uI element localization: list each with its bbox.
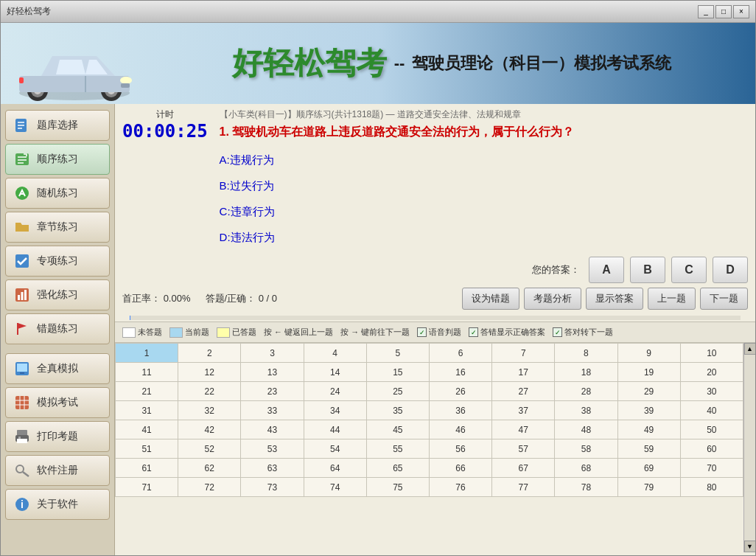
grid-cell-20[interactable]: 20 [680, 363, 743, 382]
grid-cell-22[interactable]: 22 [178, 382, 241, 401]
grid-cell-61[interactable]: 61 [116, 459, 178, 478]
grid-cell-41[interactable]: 41 [116, 420, 178, 439]
grid-cell-37[interactable]: 37 [492, 401, 555, 420]
option-c[interactable]: C:违章行为 [220, 204, 748, 220]
grid-cell-25[interactable]: 25 [366, 382, 429, 401]
grid-cell-63[interactable]: 63 [241, 459, 304, 478]
sidebar-item-chapter[interactable]: 章节练习 [5, 212, 110, 243]
option-b[interactable]: B:过失行为 [220, 178, 748, 195]
sidebar-item-mistakes[interactable]: 错题练习 [5, 313, 110, 344]
grid-cell-51[interactable]: 51 [116, 439, 178, 459]
grid-cell-70[interactable]: 70 [680, 459, 743, 478]
grid-cell-54[interactable]: 54 [304, 439, 366, 459]
grid-cell-17[interactable]: 17 [492, 363, 555, 382]
answer-btn-a[interactable]: A [589, 257, 624, 283]
grid-cell-26[interactable]: 26 [429, 382, 491, 401]
grid-cell-31[interactable]: 31 [116, 401, 178, 420]
grid-cell-30[interactable]: 30 [680, 382, 743, 401]
grid-cell-15[interactable]: 15 [366, 363, 429, 382]
grid-cell-45[interactable]: 45 [366, 420, 429, 439]
sidebar-item-about[interactable]: i 关于软件 [5, 489, 110, 520]
grid-cell-46[interactable]: 46 [429, 420, 491, 439]
grid-cell-43[interactable]: 43 [241, 420, 304, 439]
grid-cell-5[interactable]: 5 [366, 344, 429, 363]
grid-cell-72[interactable]: 72 [178, 478, 241, 497]
option-d[interactable]: D:违法行为 [220, 229, 748, 246]
prev-button[interactable]: 上一题 [648, 288, 696, 310]
grid-cell-6[interactable]: 6 [429, 344, 491, 363]
grid-cell-4[interactable]: 4 [304, 344, 366, 363]
voice-checkbox[interactable]: ✓ [417, 327, 427, 337]
grid-cell-18[interactable]: 18 [555, 363, 617, 382]
grid-cell-50[interactable]: 50 [680, 420, 743, 439]
grid-cell-13[interactable]: 13 [241, 363, 304, 382]
sidebar-item-print[interactable]: 打印考题 [5, 421, 110, 452]
grid-cell-16[interactable]: 16 [429, 363, 491, 382]
sidebar-item-full-sim[interactable]: 全真模拟 [5, 353, 110, 384]
grid-cell-29[interactable]: 29 [617, 382, 680, 401]
grid-cell-8[interactable]: 8 [555, 344, 617, 363]
sidebar-item-exam-sim[interactable]: 模拟考试 [5, 387, 110, 418]
grid-cell-39[interactable]: 39 [617, 401, 680, 420]
sidebar-item-sequential[interactable]: 顺序练习 [5, 144, 110, 175]
option-a[interactable]: A:违规行为 [220, 152, 748, 169]
grid-cell-77[interactable]: 77 [492, 478, 555, 497]
scroll-down-button[interactable]: ▼ [744, 541, 756, 552]
grid-cell-9[interactable]: 9 [617, 344, 680, 363]
grid-cell-47[interactable]: 47 [492, 420, 555, 439]
grid-cell-78[interactable]: 78 [555, 478, 617, 497]
grid-cell-60[interactable]: 60 [680, 439, 743, 459]
maximize-button[interactable]: □ [715, 5, 732, 18]
close-button[interactable]: × [733, 5, 749, 18]
grid-cell-21[interactable]: 21 [116, 382, 178, 401]
grid-cell-49[interactable]: 49 [617, 420, 680, 439]
grid-cell-1[interactable]: 1 [116, 344, 178, 363]
grid-cell-66[interactable]: 66 [429, 459, 491, 478]
grid-cell-32[interactable]: 32 [178, 401, 241, 420]
sidebar-item-register[interactable]: 软件注册 [5, 455, 110, 486]
grid-cell-14[interactable]: 14 [304, 363, 366, 382]
grid-cell-75[interactable]: 75 [366, 478, 429, 497]
sidebar-item-special[interactable]: 专项练习 [5, 246, 110, 277]
grid-cell-3[interactable]: 3 [241, 344, 304, 363]
grid-cell-44[interactable]: 44 [304, 420, 366, 439]
grid-cell-53[interactable]: 53 [241, 439, 304, 459]
grid-cell-55[interactable]: 55 [366, 439, 429, 459]
grid-cell-19[interactable]: 19 [617, 363, 680, 382]
grid-cell-38[interactable]: 38 [555, 401, 617, 420]
grid-cell-36[interactable]: 36 [429, 401, 491, 420]
grid-cell-12[interactable]: 12 [178, 363, 241, 382]
minimize-button[interactable]: _ [698, 5, 714, 18]
grid-cell-62[interactable]: 62 [178, 459, 241, 478]
answer-btn-c[interactable]: C [671, 257, 707, 283]
grid-cell-7[interactable]: 7 [492, 344, 555, 363]
grid-cell-57[interactable]: 57 [492, 439, 555, 459]
grid-cell-35[interactable]: 35 [366, 401, 429, 420]
grid-cell-56[interactable]: 56 [429, 439, 491, 459]
grid-cell-64[interactable]: 64 [304, 459, 366, 478]
wrong-checkbox[interactable]: ✓ [469, 327, 478, 337]
grid-cell-11[interactable]: 11 [116, 363, 178, 382]
grid-cell-52[interactable]: 52 [178, 439, 241, 459]
scroll-up-button[interactable]: ▲ [744, 343, 756, 355]
grid-cell-34[interactable]: 34 [304, 401, 366, 420]
grid-cell-42[interactable]: 42 [178, 420, 241, 439]
sidebar-item-intensive[interactable]: 强化练习 [5, 279, 110, 310]
sidebar-item-random[interactable]: 随机练习 [5, 178, 110, 209]
grid-cell-59[interactable]: 59 [617, 439, 680, 459]
grid-cell-24[interactable]: 24 [304, 382, 366, 401]
answer-btn-b[interactable]: B [630, 257, 665, 283]
sidebar-item-question-bank[interactable]: 题库选择 [5, 110, 110, 141]
grid-cell-79[interactable]: 79 [617, 478, 680, 497]
grid-cell-28[interactable]: 28 [555, 382, 617, 401]
grid-cell-69[interactable]: 69 [617, 459, 680, 478]
grid-cell-27[interactable]: 27 [492, 382, 555, 401]
grid-cell-23[interactable]: 23 [241, 382, 304, 401]
grid-cell-58[interactable]: 58 [555, 439, 617, 459]
grid-cell-65[interactable]: 65 [366, 459, 429, 478]
answer-btn-d[interactable]: D [713, 257, 748, 283]
grid-cell-33[interactable]: 33 [241, 401, 304, 420]
grid-cell-74[interactable]: 74 [304, 478, 366, 497]
grid-cell-40[interactable]: 40 [680, 401, 743, 420]
grid-cell-68[interactable]: 68 [555, 459, 617, 478]
